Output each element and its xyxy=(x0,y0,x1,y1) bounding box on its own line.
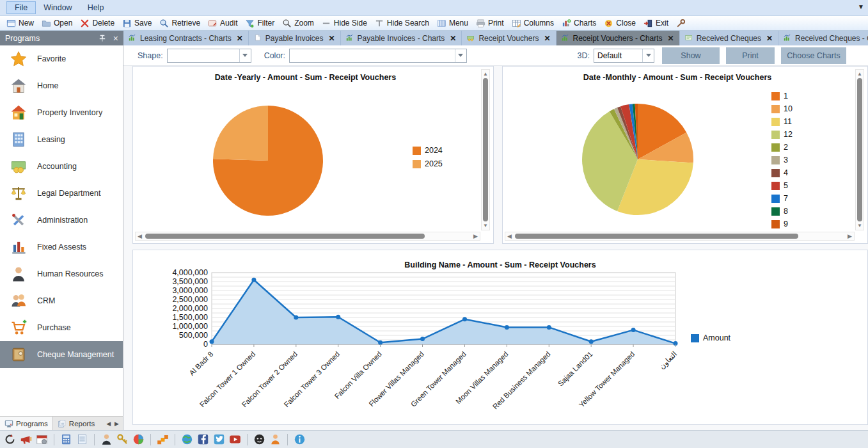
exit-button[interactable]: Exit xyxy=(640,16,672,30)
pie-icon[interactable] xyxy=(132,433,145,445)
scrollbar-thumb[interactable] xyxy=(483,78,488,221)
new-button[interactable]: New xyxy=(3,16,38,30)
hide-search-button[interactable]: Hide Search xyxy=(371,16,433,30)
show-button[interactable]: Show xyxy=(662,47,720,64)
sidebar-item-administration[interactable]: Administration xyxy=(0,207,123,234)
wrench-button[interactable] xyxy=(672,16,690,30)
tab-close-icon[interactable]: ✕ xyxy=(544,34,550,43)
close-icon[interactable]: × xyxy=(113,33,118,44)
tab-receipt-vouchers-charts[interactable]: Receipt Vouchers - Charts✕ xyxy=(556,31,680,45)
notepad-icon[interactable] xyxy=(76,433,88,445)
world-icon[interactable] xyxy=(181,433,193,445)
hide-side-button[interactable]: Hide Side xyxy=(318,16,371,30)
legend-label: 9 xyxy=(784,220,788,228)
zoom-button[interactable]: Zoom xyxy=(278,16,318,30)
color-select[interactable] xyxy=(289,49,467,63)
youtube-icon[interactable] xyxy=(229,433,241,445)
chevron-down-icon[interactable] xyxy=(642,49,654,62)
scroll-left-icon[interactable]: ◀ xyxy=(106,420,111,427)
legend-item: 12 xyxy=(771,130,793,139)
threed-select[interactable]: Default xyxy=(594,49,654,63)
print-button[interactable]: Print xyxy=(726,47,775,64)
sidebar-item-human-resources[interactable]: Human Resources xyxy=(0,260,123,287)
legend-item: 7 xyxy=(771,194,793,203)
sidebar-item-cheque-management[interactable]: Cheque Management xyxy=(0,341,123,368)
tab-received-cheques[interactable]: Received Cheques✕ xyxy=(680,31,778,45)
chevron-down-icon[interactable] xyxy=(239,49,251,62)
menu-window[interactable]: Window xyxy=(36,2,79,13)
twitter-icon[interactable] xyxy=(213,433,225,445)
tab-payable-invoices[interactable]: Payable Invoices✕ xyxy=(249,31,341,45)
megaphone-icon[interactable] xyxy=(20,433,32,445)
retrieve-button[interactable]: Retrieve xyxy=(155,16,204,30)
scroll-left-icon[interactable]: ◀ xyxy=(507,233,512,239)
horizontal-scrollbar[interactable]: ◀ ▶ xyxy=(505,232,855,241)
tab-close-icon[interactable]: ✕ xyxy=(450,34,456,43)
tab-reports[interactable]: Reports xyxy=(53,417,99,430)
tab-receipt-vouchers[interactable]: Receipt Vouchers✕ xyxy=(462,31,556,45)
sidebar-item-purchase[interactable]: Purchase xyxy=(0,314,123,341)
columns-button[interactable]: Columns xyxy=(508,16,558,30)
sidebar-item-crm[interactable]: CRM xyxy=(0,287,123,314)
tab-close-icon[interactable]: ✕ xyxy=(329,34,335,43)
charts-button[interactable]: Charts xyxy=(558,16,600,30)
scroll-right-icon[interactable]: ▶ xyxy=(848,233,852,239)
tab-leasing-contracts-charts[interactable]: Leasing Contracts - Charts✕ xyxy=(123,31,249,45)
scroll-left-icon[interactable]: ◀ xyxy=(138,233,142,239)
scroll-up-icon[interactable]: ▲ xyxy=(856,71,864,77)
support-icon[interactable] xyxy=(253,433,265,445)
close-button[interactable]: Close xyxy=(600,16,640,30)
scroll-right-icon[interactable]: ▶ xyxy=(114,420,119,427)
sidebar-item-property-inventory[interactable]: Property Inventory xyxy=(0,99,123,126)
sidebar-item-favorite[interactable]: Favorite xyxy=(0,45,123,72)
sidebar-item-fixed-assests[interactable]: Fixed Assests xyxy=(0,234,123,260)
scrollbar-thumb[interactable] xyxy=(515,234,798,239)
menu-help[interactable]: Help xyxy=(80,2,112,13)
scroll-right-icon[interactable]: ▶ xyxy=(473,233,478,239)
horizontal-scrollbar[interactable]: ◀ ▶ xyxy=(135,232,480,241)
tab-payable-invoices-charts[interactable]: Payable Invoices - Charts✕ xyxy=(341,31,462,45)
delete-button[interactable]: Delete xyxy=(76,16,118,30)
pin-icon[interactable] xyxy=(98,34,107,43)
scroll-down-icon[interactable]: ▼ xyxy=(856,223,864,228)
sidebar-item-home[interactable]: Home xyxy=(0,72,123,99)
scroll-up-icon[interactable]: ▲ xyxy=(482,71,489,77)
tab-programs[interactable]: Programs xyxy=(0,417,53,430)
refresh-icon[interactable] xyxy=(4,433,16,445)
svg-text:1,000,000: 1,000,000 xyxy=(172,322,208,331)
choose-charts-button[interactable]: Choose Charts xyxy=(781,47,846,64)
sidebar-item-accounting[interactable]: Accounting xyxy=(0,153,123,180)
filter-button[interactable]: Filter xyxy=(241,16,278,30)
chevron-down-icon[interactable] xyxy=(455,49,466,62)
employee-icon[interactable] xyxy=(100,433,113,445)
user-icon[interactable] xyxy=(269,433,281,445)
info-icon[interactable] xyxy=(294,433,306,445)
yearly-pie-legend: 20242025 xyxy=(413,146,443,173)
key-icon[interactable] xyxy=(116,433,129,445)
audit-button[interactable]: Audit xyxy=(204,16,241,30)
scroll-down-icon[interactable]: ▼ xyxy=(482,223,489,228)
open-button[interactable]: Open xyxy=(38,16,76,30)
scrollbar-thumb[interactable] xyxy=(145,234,425,239)
menu-file[interactable]: File xyxy=(6,1,36,14)
save-button[interactable]: Save xyxy=(118,16,155,30)
tab-close-icon[interactable]: ✕ xyxy=(237,34,243,43)
sidebar-item-leasing[interactable]: Leasing xyxy=(0,126,123,153)
accounting-icon xyxy=(10,158,27,175)
scrollbar-thumb[interactable] xyxy=(857,78,862,221)
calculator-icon[interactable] xyxy=(60,433,72,445)
facebook-icon[interactable] xyxy=(197,433,209,445)
vertical-scrollbar[interactable]: ▲ ▼ xyxy=(855,69,864,230)
steps-icon[interactable] xyxy=(157,433,169,445)
vertical-scrollbar[interactable]: ▲ ▼ xyxy=(481,69,490,230)
exit-icon xyxy=(643,19,653,28)
tab-close-icon[interactable]: ✕ xyxy=(668,34,674,43)
menu-button[interactable]: Menu xyxy=(433,16,472,30)
chevron-down-icon[interactable]: ▼ xyxy=(858,3,864,10)
shape-select[interactable] xyxy=(167,49,251,63)
tab-received-cheques-charts[interactable]: Received Cheques - Charts✕ xyxy=(778,31,868,45)
tab-close-icon[interactable]: ✕ xyxy=(766,34,773,43)
print-button[interactable]: Print xyxy=(472,16,508,30)
calendar-icon[interactable] xyxy=(36,433,48,445)
sidebar-item-legal-department[interactable]: Legal Department xyxy=(0,180,123,207)
